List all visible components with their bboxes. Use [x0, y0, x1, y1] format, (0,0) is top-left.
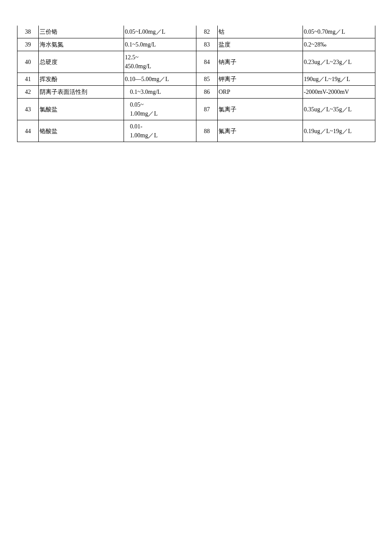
- param-name-left: 三价铬: [39, 26, 124, 38]
- param-range-left: 0.1~3.0mg/L: [124, 86, 196, 99]
- param-name-left: 海水氨氮: [39, 38, 124, 51]
- param-name-left: 氯酸盐: [39, 99, 124, 120]
- param-range-right: 0.35ug／L~35g／L: [303, 99, 375, 120]
- param-name-left: 阴离子表面活性剂: [39, 86, 124, 99]
- param-name-right: 钾离子: [218, 73, 303, 86]
- row-index-left: 39: [17, 38, 39, 51]
- table-row: 42阴离子表面活性剂0.1~3.0mg/L86ORP-2000mV-2000mV: [17, 86, 375, 99]
- row-index-right: 83: [196, 38, 218, 51]
- table-row: 38三价铬0.05~L00mg／L82钴0.05~0.70mg／L: [17, 26, 375, 38]
- table-row: 44铬酸盐0.01-1.00mg／L88氟离子0.19ug／L~19g／L: [17, 120, 375, 142]
- parameters-table: 38三价铬0.05~L00mg／L82钴0.05~0.70mg／L39海水氨氮0…: [17, 26, 375, 142]
- table-row: 40总硬度12.5~450.0mg/L84钠离子0.23ug／L~23g／L: [17, 51, 375, 73]
- table-row: 41挥发酚0.10—5.00mg／L85钾离子190ug／L~19g／L: [17, 73, 375, 86]
- param-range-left: 0.01-1.00mg／L: [124, 120, 196, 142]
- param-range-right: 0.23ug／L~23g／L: [303, 51, 375, 73]
- param-range-right: 0.19ug／L~19g／L: [303, 120, 375, 142]
- param-name-right: 钴: [218, 26, 303, 38]
- row-index-right: 86: [196, 86, 218, 99]
- row-index-left: 40: [17, 51, 39, 73]
- param-name-right: 盐度: [218, 38, 303, 51]
- row-index-left: 38: [17, 26, 39, 38]
- row-index-right: 84: [196, 51, 218, 73]
- param-range-left: 0.10—5.00mg／L: [124, 73, 196, 86]
- row-index-left: 41: [17, 73, 39, 86]
- param-name-left: 挥发酚: [39, 73, 124, 86]
- param-range-right: -2000mV-2000mV: [303, 86, 375, 99]
- param-range-right: 190ug／L~19g／L: [303, 73, 375, 86]
- param-range-left: 12.5~450.0mg/L: [124, 51, 196, 73]
- row-index-right: 88: [196, 120, 218, 142]
- table-row: 39海水氨氮0.1~5.0mg/L83盐度0.2~28‰: [17, 38, 375, 51]
- param-name-right: 氯离子: [218, 99, 303, 120]
- row-index-right: 85: [196, 73, 218, 86]
- row-index-left: 43: [17, 99, 39, 120]
- param-name-right: ORP: [218, 86, 303, 99]
- param-range-right: 0.05~0.70mg／L: [303, 26, 375, 38]
- row-index-left: 42: [17, 86, 39, 99]
- param-name-left: 总硬度: [39, 51, 124, 73]
- row-index-right: 82: [196, 26, 218, 38]
- param-range-left: 0.05~L00mg／L: [124, 26, 196, 38]
- param-range-left: 0.1~5.0mg/L: [124, 38, 196, 51]
- param-name-left: 铬酸盐: [39, 120, 124, 142]
- row-index-right: 87: [196, 99, 218, 120]
- param-range-left: 0.05~1.00mg／L: [124, 99, 196, 120]
- param-name-right: 氟离子: [218, 120, 303, 142]
- row-index-left: 44: [17, 120, 39, 142]
- param-range-right: 0.2~28‰: [303, 38, 375, 51]
- table-row: 43氯酸盐0.05~1.00mg／L87氯离子0.35ug／L~35g／L: [17, 99, 375, 120]
- param-name-right: 钠离子: [218, 51, 303, 73]
